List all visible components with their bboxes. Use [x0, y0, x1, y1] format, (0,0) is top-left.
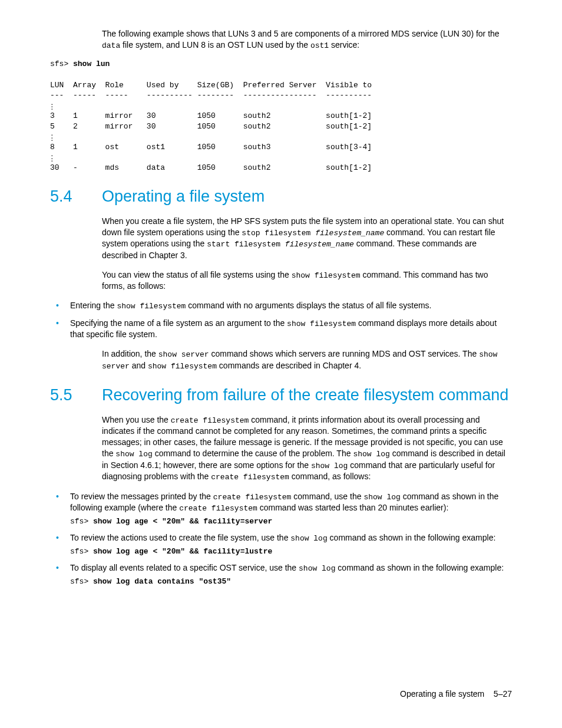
v-dots-icon: . . . [50, 153, 54, 161]
lun-row-2: 8 1 ost ost1 1050 south3 south[3-4] [50, 143, 372, 151]
sec55-bullets: To review the messages printed by the cr… [50, 491, 512, 587]
lun-row-3: 30 - mds data 1050 south2 south[1-2] [50, 163, 372, 172]
section-title: Recovering from failure of the create fi… [102, 384, 508, 406]
text: command, use the [291, 492, 363, 501]
text: command as shown in the following exampl… [328, 533, 496, 542]
footer-title: Operating a file system [400, 689, 484, 699]
bullet-item: To review the messages printed by the cr… [50, 491, 512, 527]
text: command as shown in the following exampl… [335, 563, 504, 572]
cmd: show log age < "20m" && facility=server [93, 517, 272, 526]
text: command was started less than 20 minutes… [257, 503, 448, 512]
lun-row-1: 5 2 mirror 30 1050 south2 south[1-2] [50, 122, 372, 131]
section-title: Operating a file system [102, 186, 265, 207]
text: To review the messages printed by the [70, 492, 213, 501]
text: In addition, the [102, 349, 158, 358]
cmd-example: sfs> show log age < "20m" && facility=lu… [70, 546, 512, 557]
code: show log [363, 493, 400, 502]
code-italic: filesystem_name [315, 229, 384, 238]
footer-page-number: 5–27 [494, 689, 512, 699]
section-5-4-heading: 5.4 Operating a file system [50, 186, 512, 207]
sec54-p3: In addition, the show server command sho… [102, 348, 512, 371]
code: show filesystem [117, 302, 186, 311]
intro-code-2: ost1 [310, 41, 329, 50]
text: commands are described in Chapter 4. [217, 361, 361, 370]
show-lun-output: sfs> show lun LUN Array Role Used by Siz… [50, 59, 512, 173]
v-dots-icon: . . . [50, 133, 54, 140]
text: When you use the [102, 415, 171, 424]
prompt: sfs> [70, 517, 93, 526]
code-italic: filesystem_name [285, 240, 354, 249]
code: show log [115, 450, 152, 459]
code: create filesystem [179, 504, 257, 513]
bullet-item: To display all events related to a speci… [50, 562, 512, 587]
bullet-item: Specifying the name of a file system as … [50, 318, 512, 340]
section-5-5-heading: 5.5 Recovering from failure of the creat… [50, 384, 512, 406]
text: command, as follows: [289, 472, 371, 481]
text: command with no arguments displays the s… [186, 301, 431, 310]
code: show log [299, 564, 335, 573]
prompt: sfs> [50, 60, 73, 68]
cmd-example: sfs> show log age < "20m" && facility=se… [70, 516, 512, 527]
cmd-example: sfs> show log data contains "ost35" [70, 577, 512, 587]
show-lun-cmd: show lun [73, 60, 110, 68]
sec54-p1: When you create a file system, the HP SF… [102, 216, 512, 261]
code: show server [158, 350, 209, 359]
text: and [130, 361, 148, 370]
lun-divider: --- ----- ----- ---------- -------- ----… [50, 91, 372, 100]
code: start filesystem [207, 240, 285, 249]
bullet-item: To review the actions used to create the… [50, 532, 512, 556]
sec54-bullets: Entering the show filesystem command wit… [50, 300, 512, 340]
cmd: show log age < "20m" && facility=lustre [93, 547, 272, 556]
bullet-item: Entering the show filesystem command wit… [50, 300, 512, 312]
text: Entering the [70, 301, 117, 310]
v-dots-icon: . . . [50, 102, 54, 110]
section-number: 5.4 [50, 186, 102, 207]
code: show filesystem [287, 319, 356, 328]
intro-text-b: file system, and LUN 8 is an OST LUN use… [120, 40, 310, 50]
code: create filesystem [213, 493, 292, 502]
code: show log [290, 534, 327, 543]
text: You can view the status of all file syst… [102, 270, 292, 279]
lun-header: LUN Array Role Used by Size(GB) Preferre… [50, 81, 372, 90]
intro-paragraph: The following example shows that LUNs 3 … [102, 28, 512, 51]
page-footer: Operating a file system 5–27 [400, 689, 512, 699]
page-content: The following example shows that LUNs 3 … [0, 0, 562, 619]
text: command to determine the cause of the pr… [153, 449, 353, 458]
code: show filesystem [148, 362, 217, 371]
sec54-p2: You can view the status of all file syst… [102, 269, 512, 292]
intro-text-a: The following example shows that LUNs 3 … [102, 29, 500, 38]
code: show log [353, 450, 389, 459]
intro-code-1: data [102, 41, 120, 50]
code: stop filesystem [242, 229, 315, 238]
text: To display all events related to a speci… [70, 563, 299, 572]
code: show log [311, 462, 348, 470]
intro-text-c: service: [329, 40, 359, 50]
section-number: 5.5 [50, 384, 102, 406]
text: Specifying the name of a file system as … [70, 318, 287, 328]
text: To review the actions used to create the… [70, 533, 290, 542]
code: show filesystem [292, 271, 361, 280]
sec55-p1: When you use the create filesystem comma… [102, 414, 512, 483]
text: command shows which servers are running … [209, 349, 480, 358]
code: create filesystem [171, 416, 249, 425]
lun-row-0: 3 1 mirror 30 1050 south2 south[1-2] [50, 111, 372, 120]
cmd: show log data contains "ost35" [93, 577, 231, 586]
prompt: sfs> [70, 547, 93, 556]
code: create filesystem [211, 473, 289, 482]
prompt: sfs> [70, 577, 93, 586]
